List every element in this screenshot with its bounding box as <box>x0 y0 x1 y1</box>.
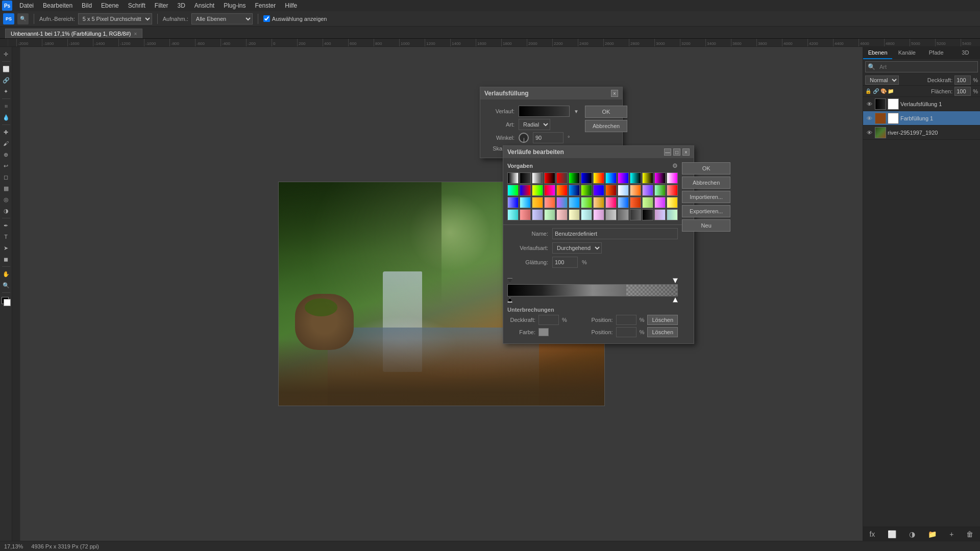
opacity-stop-left[interactable] <box>507 278 512 283</box>
preset-gradient-item[interactable] <box>556 172 568 184</box>
aufnahme-select[interactable]: Alle Ebenen <box>191 13 253 24</box>
edit-abbrechen-button[interactable]: Abbrechen <box>682 177 730 189</box>
farbe-swatch[interactable] <box>538 328 549 336</box>
search-input[interactable] <box>877 64 977 70</box>
angle-circle[interactable] <box>519 133 529 143</box>
add-mask-icon[interactable]: ⬜ <box>888 530 896 538</box>
preset-gradient-item[interactable] <box>630 172 641 184</box>
preset-gradient-item[interactable] <box>556 197 568 208</box>
blur-tool-icon[interactable]: ◎ <box>1 194 11 205</box>
magic-wand-icon[interactable]: ✦ <box>1 86 11 96</box>
preset-gear-icon[interactable]: ⚙ <box>672 162 678 169</box>
gradient-bar[interactable] <box>507 284 678 296</box>
preset-gradient-item[interactable] <box>507 185 519 196</box>
preset-gradient-item[interactable] <box>605 197 617 208</box>
menu-ansicht[interactable]: Ansicht <box>190 1 218 10</box>
layer-visibility-icon[interactable]: 👁 <box>865 114 873 122</box>
preset-gradient-item[interactable] <box>556 209 568 220</box>
marquee-tool-icon[interactable]: ⬜ <box>1 64 11 74</box>
preset-gradient-item[interactable] <box>507 172 519 184</box>
edit-ok-button[interactable]: OK <box>682 162 730 174</box>
preset-gradient-item[interactable] <box>569 172 580 184</box>
deckkraft-position-input[interactable] <box>616 315 636 325</box>
toolbar-tool-icon[interactable]: PS <box>3 13 14 24</box>
dialog-edit-minimize-icon[interactable]: — <box>664 148 671 156</box>
layer-item[interactable]: 👁 Verlaufsfüllung 1 <box>863 97 980 111</box>
deckkraft-input[interactable] <box>538 315 559 325</box>
name-input[interactable] <box>552 228 678 239</box>
menu-bild[interactable]: Bild <box>78 1 96 10</box>
eyedropper-tool-icon[interactable]: 💧 <box>1 112 11 122</box>
add-adjustment-icon[interactable]: ◑ <box>909 530 915 538</box>
menu-bearbeiten[interactable]: Bearbeiten <box>39 1 77 10</box>
history-brush-icon[interactable]: ↩ <box>1 161 11 171</box>
preset-gradient-item[interactable] <box>593 172 604 184</box>
gradient-tool-icon[interactable]: ▦ <box>1 183 11 193</box>
preset-gradient-item[interactable] <box>569 185 580 196</box>
preset-gradient-item[interactable] <box>618 197 629 208</box>
fill-input[interactable] <box>954 87 971 96</box>
background-color[interactable] <box>4 299 11 306</box>
auswahl-checkbox-label[interactable]: Auswählung anzeigen <box>263 15 327 22</box>
path-select-icon[interactable]: ➤ <box>1 243 11 253</box>
preset-gradient-item[interactable] <box>532 209 543 220</box>
preset-gradient-item[interactable] <box>605 209 617 220</box>
clone-tool-icon[interactable]: ⊕ <box>1 149 11 160</box>
zoom-tool-icon[interactable]: 🔍 <box>1 280 11 290</box>
dialog-edit-maximize-icon[interactable]: □ <box>673 148 680 156</box>
color-stop-right[interactable] <box>673 297 678 303</box>
preset-gradient-item[interactable] <box>630 209 641 220</box>
preset-gradient-item[interactable] <box>569 209 580 220</box>
tab-pfade[interactable]: Pfade <box>922 47 951 59</box>
edit-neu-button[interactable]: Neu <box>682 219 730 232</box>
dialog-verlauf-header[interactable]: Verlaufsfüllung × <box>480 87 622 99</box>
preset-gradient-item[interactable] <box>581 197 592 208</box>
preset-gradient-item[interactable] <box>593 185 604 196</box>
add-style-icon[interactable]: fx <box>869 530 875 538</box>
add-group-icon[interactable]: 📁 <box>928 530 937 538</box>
preset-gradient-item[interactable] <box>630 185 641 196</box>
preset-gradient-item[interactable] <box>507 197 519 208</box>
layer-item[interactable]: 👁 Farbfüllung 1 <box>863 111 980 126</box>
verlauf-abbrechen-button[interactable]: Abbrechen <box>585 120 627 132</box>
preset-gradient-item[interactable] <box>667 209 678 220</box>
preset-gradient-item[interactable] <box>642 172 653 184</box>
preset-gradient-item[interactable] <box>667 172 678 184</box>
menu-3d[interactable]: 3D <box>173 1 189 10</box>
winkel-input[interactable] <box>533 132 564 143</box>
tab-ebenen[interactable]: Ebenen <box>863 47 892 59</box>
preset-gradient-item[interactable] <box>581 209 592 220</box>
add-layer-icon[interactable]: + <box>949 530 953 538</box>
verlaufsart-select[interactable]: Durchgehend Rauschen <box>552 242 602 254</box>
menu-plugins[interactable]: Plug-ins <box>219 1 250 10</box>
preset-gradient-item[interactable] <box>532 185 543 196</box>
preset-gradient-item[interactable] <box>618 172 629 184</box>
verlauf-ok-button[interactable]: OK <box>585 106 627 118</box>
shape-tool-icon[interactable]: ◼ <box>1 254 11 264</box>
blend-mode-select[interactable]: Normal <box>865 76 899 85</box>
move-tool-icon[interactable]: ✛ <box>1 49 11 59</box>
crop-tool-icon[interactable]: ⌗ <box>1 101 11 111</box>
preset-gradient-item[interactable] <box>642 185 653 196</box>
preset-gradient-item[interactable] <box>642 197 653 208</box>
layer-visibility-icon[interactable]: 👁 <box>865 100 873 108</box>
preset-gradient-item[interactable] <box>630 197 641 208</box>
preset-gradient-item[interactable] <box>520 197 531 208</box>
color-swatches[interactable] <box>2 297 11 306</box>
tab-3d[interactable]: 3D <box>951 47 980 59</box>
menu-hilfe[interactable]: Hilfe <box>281 1 301 10</box>
farbe-loschen-button[interactable]: Löschen <box>647 327 678 337</box>
preset-gradient-item[interactable] <box>605 172 617 184</box>
eraser-tool-icon[interactable]: ◻ <box>1 172 11 182</box>
opacity-stop-right[interactable] <box>673 278 678 283</box>
preset-gradient-item[interactable] <box>544 185 555 196</box>
preset-gradient-item[interactable] <box>605 185 617 196</box>
preset-gradient-item[interactable] <box>581 185 592 196</box>
delete-layer-icon[interactable]: 🗑 <box>966 530 973 538</box>
document-tab[interactable]: Unbenannt-1 bei 17,1% (Farbfüllung 1, RG… <box>5 29 142 38</box>
preset-gradient-item[interactable] <box>520 185 531 196</box>
brush-tool-icon[interactable]: 🖌 <box>1 138 11 148</box>
tool-size-select[interactable]: 5 x 5 Pixel Durchschnitt <box>78 13 152 24</box>
preset-gradient-item[interactable] <box>532 197 543 208</box>
heal-tool-icon[interactable]: ✚ <box>1 127 11 137</box>
